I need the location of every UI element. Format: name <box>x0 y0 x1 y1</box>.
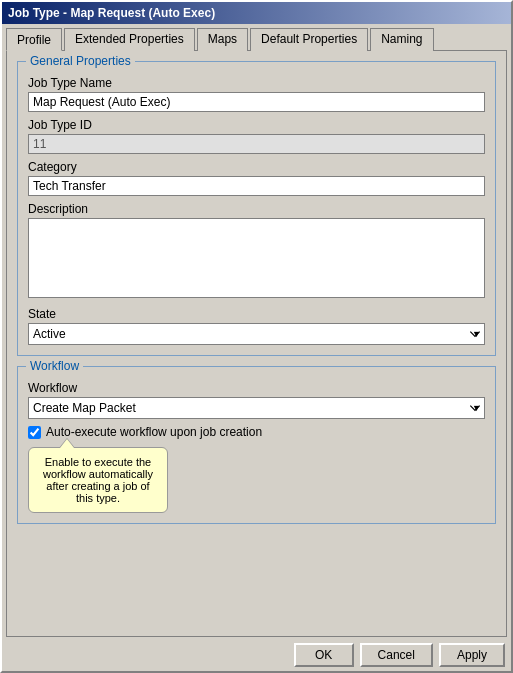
auto-execute-checkbox[interactable] <box>28 426 41 439</box>
job-type-name-label: Job Type Name <box>28 76 485 90</box>
state-select-wrapper: Active Inactive <box>28 323 485 345</box>
window-title: Job Type - Map Request (Auto Exec) <box>8 6 215 20</box>
job-type-name-input[interactable] <box>28 92 485 112</box>
tooltip-bubble: Enable to execute the workflow automatic… <box>28 447 168 513</box>
tab-naming[interactable]: Naming <box>370 28 433 51</box>
tab-profile[interactable]: Profile <box>6 28 62 51</box>
description-input[interactable] <box>28 218 485 298</box>
content-wrapper: Profile Extended Properties Maps Default… <box>2 24 511 671</box>
workflow-section-label: Workflow <box>26 359 83 373</box>
cancel-button[interactable]: Cancel <box>360 643 433 667</box>
state-label: State <box>28 307 485 321</box>
tab-maps[interactable]: Maps <box>197 28 248 51</box>
apply-button[interactable]: Apply <box>439 643 505 667</box>
auto-execute-row: Auto-execute workflow upon job creation <box>28 425 485 439</box>
category-input[interactable] <box>28 176 485 196</box>
tooltip-text: Enable to execute the workflow automatic… <box>43 456 153 504</box>
main-window: Job Type - Map Request (Auto Exec) Profi… <box>0 0 513 673</box>
workflow-select[interactable]: Create Map Packet <box>28 397 485 419</box>
tab-default-properties[interactable]: Default Properties <box>250 28 368 51</box>
state-select[interactable]: Active Inactive <box>28 323 485 345</box>
general-properties-label: General Properties <box>26 54 135 68</box>
description-label: Description <box>28 202 485 216</box>
ok-button[interactable]: OK <box>294 643 354 667</box>
job-type-id-input <box>28 134 485 154</box>
tab-content-profile: General Properties Job Type Name Job Typ… <box>6 50 507 637</box>
general-properties-group: General Properties Job Type Name Job Typ… <box>17 61 496 356</box>
auto-execute-label: Auto-execute workflow upon job creation <box>46 425 262 439</box>
tab-bar: Profile Extended Properties Maps Default… <box>6 28 507 51</box>
job-type-id-label: Job Type ID <box>28 118 485 132</box>
bottom-bar: OK Cancel Apply <box>2 637 511 671</box>
tab-extended-properties[interactable]: Extended Properties <box>64 28 195 51</box>
category-label: Category <box>28 160 485 174</box>
title-bar: Job Type - Map Request (Auto Exec) <box>2 2 511 24</box>
workflow-group: Workflow Workflow Create Map Packet Auto… <box>17 366 496 524</box>
workflow-select-wrapper: Create Map Packet <box>28 397 485 419</box>
workflow-label: Workflow <box>28 381 485 395</box>
